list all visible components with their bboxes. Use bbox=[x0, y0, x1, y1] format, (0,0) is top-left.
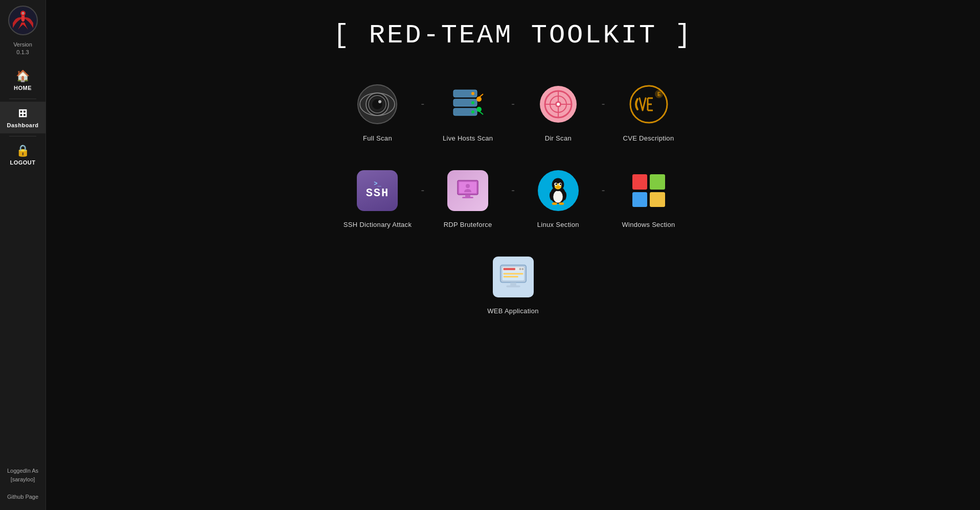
github-link[interactable]: Github Page bbox=[7, 489, 38, 505]
logout-icon: 🔒 bbox=[16, 144, 30, 157]
full-scan-icon bbox=[354, 81, 400, 127]
web-application-label: WEB Application bbox=[487, 307, 539, 315]
tool-dir-scan[interactable]: Dir Scan bbox=[517, 71, 599, 152]
tool-live-hosts-scan[interactable]: Live Hosts Scan bbox=[427, 71, 509, 152]
tools-row-1: Full Scan - bbox=[336, 71, 689, 152]
sidebar-divider bbox=[9, 99, 36, 99]
page-title: [ RED-TEAM TOOLKIT ] bbox=[46, 20, 980, 51]
svg-rect-58 bbox=[503, 276, 518, 277]
home-icon: 🏠 bbox=[16, 69, 30, 83]
svg-point-27 bbox=[557, 103, 560, 106]
live-hosts-scan-icon bbox=[445, 81, 491, 127]
rdp-bruteforce-icon bbox=[445, 168, 491, 214]
svg-point-48 bbox=[556, 186, 560, 188]
sidebar-divider-2 bbox=[9, 136, 36, 136]
svg-point-37 bbox=[466, 184, 470, 188]
separator-2: - bbox=[509, 98, 517, 110]
svg-point-41 bbox=[554, 191, 563, 203]
version-label: Version 0.1.3 bbox=[13, 41, 32, 57]
separator-1: - bbox=[418, 98, 427, 110]
dir-scan-label: Dir Scan bbox=[545, 134, 572, 142]
svg-rect-39 bbox=[462, 197, 473, 198]
user-info: LoggedIn As [sarayloo] bbox=[5, 461, 41, 489]
svg-text:E: E bbox=[657, 91, 661, 97]
tool-ssh-dictionary-attack[interactable]: >_ SSH SSH Dictionary Attack bbox=[336, 157, 418, 239]
main-content: [ RED-TEAM TOOLKIT ] bbox=[46, 0, 980, 510]
linux-section-label: Linux Section bbox=[537, 221, 579, 228]
tools-row-3: WEB Application bbox=[472, 244, 554, 325]
sidebar-item-logout[interactable]: 🔒 LOGOUT bbox=[0, 139, 45, 171]
svg-point-15 bbox=[471, 101, 474, 104]
svg-rect-57 bbox=[503, 273, 523, 274]
tool-windows-section[interactable]: Windows Section bbox=[608, 157, 690, 239]
tools-row-2: >_ SSH SSH Dictionary Attack - bbox=[336, 157, 689, 239]
ssh-dictionary-attack-icon: >_ SSH bbox=[354, 168, 400, 214]
linux-section-icon bbox=[535, 168, 581, 214]
live-hosts-scan-label: Live Hosts Scan bbox=[443, 134, 493, 142]
separator-5: - bbox=[509, 184, 517, 196]
svg-rect-60 bbox=[506, 285, 520, 287]
web-application-icon bbox=[490, 254, 536, 300]
svg-point-10 bbox=[378, 100, 381, 103]
separator-6: - bbox=[599, 184, 608, 196]
sidebar-item-home[interactable]: 🏠 HOME bbox=[0, 64, 45, 96]
windows-section-icon bbox=[626, 168, 672, 214]
tool-rdp-bruteforce[interactable]: RDP Bruteforce bbox=[427, 157, 509, 239]
windows-section-label: Windows Section bbox=[622, 221, 675, 228]
full-scan-label: Full Scan bbox=[363, 134, 392, 142]
svg-point-55 bbox=[519, 268, 521, 270]
svg-rect-59 bbox=[510, 283, 516, 286]
tool-web-application[interactable]: WEB Application bbox=[472, 244, 554, 325]
rdp-bruteforce-label: RDP Bruteforce bbox=[444, 221, 492, 228]
svg-point-46 bbox=[556, 183, 557, 184]
ssh-dictionary-attack-label: SSH Dictionary Attack bbox=[344, 221, 412, 228]
tool-cve-description[interactable]: E CVE Description bbox=[608, 71, 690, 152]
svg-point-47 bbox=[560, 183, 561, 184]
dashboard-icon: ⊞ bbox=[18, 107, 28, 120]
svg-point-16 bbox=[471, 110, 474, 113]
app-logo bbox=[8, 5, 38, 36]
tools-grid: Full Scan - bbox=[46, 61, 980, 351]
svg-point-56 bbox=[521, 268, 523, 270]
svg-point-14 bbox=[471, 92, 474, 95]
page-header: [ RED-TEAM TOOLKIT ] bbox=[46, 0, 980, 61]
sidebar: Version 0.1.3 🏠 HOME ⊞ Dashboard 🔒 LOGOU… bbox=[0, 0, 46, 510]
svg-rect-54 bbox=[503, 268, 515, 270]
cve-description-label: CVE Description bbox=[623, 134, 674, 142]
sidebar-item-dashboard[interactable]: ⊞ Dashboard bbox=[0, 102, 45, 133]
tool-linux-section[interactable]: Linux Section bbox=[517, 157, 599, 239]
svg-point-3 bbox=[22, 13, 24, 14]
svg-point-50 bbox=[559, 202, 564, 204]
separator-4: - bbox=[418, 184, 427, 196]
tool-full-scan[interactable]: Full Scan bbox=[336, 71, 418, 152]
svg-point-49 bbox=[552, 202, 557, 204]
cve-description-icon: E bbox=[626, 81, 672, 127]
separator-3: - bbox=[599, 98, 608, 110]
dir-scan-icon bbox=[535, 81, 581, 127]
